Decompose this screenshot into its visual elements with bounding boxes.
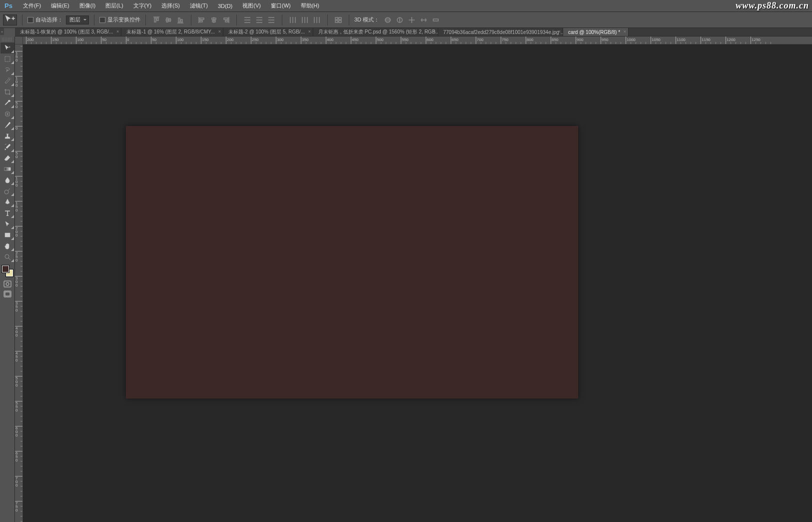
lasso-tool[interactable] (0, 64, 14, 76)
brush-tool[interactable] (0, 120, 14, 130)
show-transform-checkbox[interactable]: 显示变换控件 (99, 16, 140, 24)
menu-window[interactable]: 窗口(W) (266, 0, 296, 12)
dodge-tool[interactable] (0, 186, 14, 196)
checkbox-icon (27, 17, 33, 23)
distribute-vcenter-icon[interactable] (254, 14, 265, 26)
hand-tool[interactable] (0, 240, 14, 252)
separator (282, 14, 282, 26)
menu-layer[interactable]: 图层(L) (100, 0, 128, 12)
close-icon[interactable]: × (433, 29, 436, 34)
tab-label: 未标题-1-恢复的 @ 100% (图层 3, RGB/... (20, 28, 113, 36)
scale-3d-icon[interactable] (430, 14, 441, 26)
auto-select-label: 自动选择： (35, 16, 63, 24)
close-icon[interactable]: × (308, 29, 311, 34)
separator (327, 14, 328, 26)
document-tab[interactable]: card @ 100%(RGB/8) *× (563, 28, 629, 36)
rectangle-tool[interactable] (0, 230, 14, 240)
separator (349, 14, 349, 26)
roll-3d-icon[interactable] (394, 14, 405, 26)
move-icon (3, 14, 16, 26)
close-icon[interactable]: × (116, 29, 119, 34)
path-select-tool[interactable] (0, 218, 14, 230)
separator (191, 14, 191, 26)
close-icon[interactable]: × (624, 29, 626, 34)
foreground-color[interactable] (2, 266, 9, 272)
blur-tool[interactable] (0, 174, 14, 186)
svg-rect-10 (4, 168, 10, 170)
quickmask-toggle[interactable] (0, 280, 14, 288)
eyedropper-tool[interactable] (0, 98, 14, 108)
distribute-left-icon[interactable] (287, 14, 298, 26)
ruler-horizontal[interactable]: 2001501005005010015020025030035040045050… (23, 36, 812, 44)
menu-file[interactable]: 文件(F) (18, 0, 46, 12)
menu-edit[interactable]: 编辑(E) (46, 0, 74, 12)
magic-wand-tool[interactable] (0, 76, 14, 86)
document-tab[interactable]: 未标题-2 @ 100% (图层 5, RGB/...× (223, 28, 313, 36)
svg-rect-8 (5, 56, 10, 62)
document-tab[interactable]: 月末钜惠，低折来袭 PC.psd @ 1560% (矩形 2, RGB...× (313, 28, 438, 36)
align-bottom-icon[interactable] (175, 14, 186, 26)
align-top-icon[interactable] (151, 14, 162, 26)
document-canvas[interactable] (126, 126, 578, 398)
menu-select[interactable]: 选择(S) (156, 0, 185, 12)
auto-select-target-dropdown[interactable]: 图层 (66, 16, 89, 24)
mode-3d-group (382, 14, 441, 26)
document-tab[interactable]: 未标题-1 @ 16% (图层 2, RGB/8/CMY...× (121, 28, 223, 36)
crop-tool[interactable] (0, 86, 14, 98)
menu-help[interactable]: 帮助(H) (296, 0, 324, 12)
current-tool-indicator[interactable] (3, 14, 17, 26)
svg-rect-1 (339, 18, 341, 20)
zoom-tool[interactable] (0, 252, 14, 262)
type-tool[interactable] (0, 208, 14, 218)
mode-3d-label: 3D 模式： (354, 16, 379, 24)
slide-3d-icon[interactable] (418, 14, 429, 26)
pen-tool[interactable] (0, 196, 14, 208)
align-right-icon[interactable] (220, 14, 231, 26)
svg-point-15 (6, 282, 9, 286)
pan-3d-icon[interactable] (406, 14, 417, 26)
svg-point-5 (385, 19, 390, 21)
distribute-hcenter-icon[interactable] (299, 14, 310, 26)
svg-rect-0 (335, 18, 338, 20)
ruler-origin[interactable] (15, 36, 23, 44)
align-group-1 (151, 14, 186, 26)
close-icon[interactable]: × (218, 29, 221, 34)
menu-image[interactable]: 图像(I) (74, 0, 100, 12)
document-tab[interactable]: 未标题-1-恢复的 @ 100% (图层 3, RGB/...× (15, 28, 121, 36)
color-swatches[interactable] (2, 266, 13, 276)
auto-align-icon[interactable] (333, 14, 344, 26)
menu-filter[interactable]: 滤镜(T) (185, 0, 213, 12)
menu-3d[interactable]: 3D(D) (213, 0, 237, 12)
distribute-bottom-icon[interactable] (266, 14, 277, 26)
close-icon[interactable]: × (558, 29, 561, 34)
svg-rect-2 (335, 20, 338, 22)
align-vcenter-icon[interactable] (163, 14, 174, 26)
ruler-vertical[interactable]: 2001501005005010015020025030035040045050… (15, 44, 23, 522)
clone-stamp-tool[interactable] (0, 130, 14, 142)
align-hcenter-icon[interactable] (208, 14, 219, 26)
distribute-group-2 (287, 14, 322, 26)
menu-type[interactable]: 文字(Y) (128, 0, 157, 12)
healing-brush-tool[interactable] (0, 108, 14, 120)
auto-select-checkbox[interactable]: 自动选择： (27, 16, 63, 24)
orbit-3d-icon[interactable] (382, 14, 393, 26)
distribute-top-icon[interactable] (242, 14, 253, 26)
document-tab[interactable]: 77094b36acaf2edd279c8de08f1001e93901934e… (438, 28, 563, 36)
canvas-area[interactable] (23, 44, 812, 522)
menu-view[interactable]: 视图(V) (237, 0, 266, 12)
history-brush-tool[interactable] (0, 142, 14, 152)
options-bar: 自动选择： 图层 显示变换控件 3D 模式： (0, 12, 812, 28)
eraser-tool[interactable] (0, 152, 14, 164)
separator (22, 14, 22, 26)
move-tool[interactable] (0, 42, 14, 54)
distribute-right-icon[interactable] (311, 14, 322, 26)
gradient-tool[interactable] (0, 164, 14, 174)
panel-expand-left[interactable]: » (0, 28, 4, 35)
toolbox-grip[interactable] (2, 38, 12, 42)
tab-label: 未标题-1 @ 16% (图层 2, RGB/8/CMY... (126, 28, 215, 36)
toolbox (0, 36, 15, 522)
rect-marquee-tool[interactable] (0, 54, 14, 64)
screenmode-toggle[interactable] (0, 290, 14, 298)
tab-label: 未标题-2 @ 100% (图层 5, RGB/... (228, 28, 305, 36)
align-left-icon[interactable] (196, 14, 207, 26)
